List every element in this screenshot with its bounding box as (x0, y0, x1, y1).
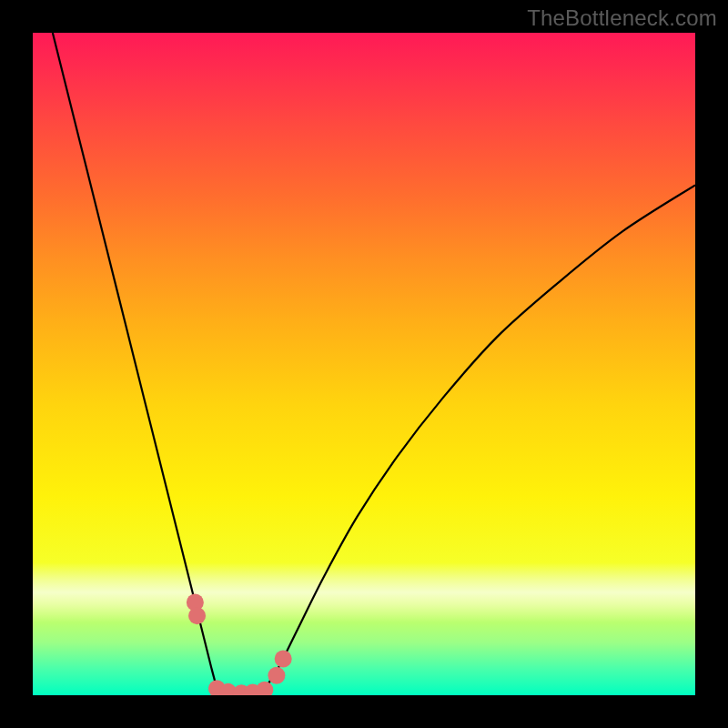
marker-group (187, 594, 292, 695)
watermark-label: TheBottleneck.com (527, 5, 717, 31)
chart-frame: TheBottleneck.com (0, 0, 728, 728)
curve-right-branch (265, 185, 695, 688)
plot-area (33, 33, 695, 695)
curve-left-branch (53, 33, 217, 689)
bottleneck-curve (53, 33, 695, 695)
marker-dot (275, 650, 292, 667)
marker-dot (256, 682, 273, 695)
marker-dot (188, 607, 206, 624)
marker-dot (268, 667, 285, 684)
curve-layer (33, 33, 695, 695)
